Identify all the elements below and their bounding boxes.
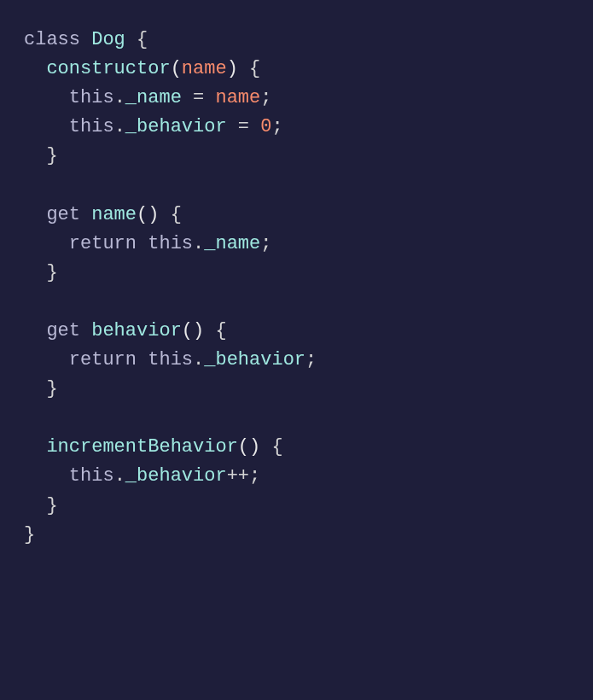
property-name: _name — [204, 233, 260, 254]
brace-open: { — [271, 436, 282, 458]
paren-close: ) — [148, 204, 159, 225]
brace-close: } — [46, 495, 57, 516]
number-zero: 0 — [260, 116, 271, 137]
dot: . — [193, 349, 204, 370]
brace-open: { — [215, 320, 226, 341]
paren-close: ) — [193, 320, 204, 341]
brace-open: { — [171, 204, 182, 225]
property-behavior: _behavior — [125, 116, 227, 137]
keyword-class: class — [24, 29, 80, 50]
brace-open: { — [249, 58, 260, 79]
class-name: Dog — [91, 29, 125, 50]
brace-close: } — [46, 262, 57, 283]
dot: . — [114, 465, 125, 487]
semicolon: ; — [260, 233, 271, 254]
code-block: class Dog { constructor(name) { this._na… — [24, 26, 569, 550]
constructor-name: constructor — [46, 58, 170, 79]
semicolon: ; — [271, 116, 282, 137]
getter-name: name — [91, 204, 137, 225]
paren-open: ( — [238, 436, 249, 458]
dot: . — [114, 116, 125, 137]
assign-op: = — [182, 87, 216, 108]
keyword-return: return — [69, 233, 137, 254]
brace-close: } — [46, 145, 57, 166]
brace-close: } — [24, 524, 35, 545]
assign-op: = — [227, 116, 261, 137]
dot: . — [114, 87, 125, 108]
method-increment: incrementBehavior — [46, 436, 237, 458]
semicolon: ; — [305, 349, 317, 370]
this-keyword: this — [69, 116, 114, 137]
this-keyword: this — [148, 349, 193, 370]
semicolon: ; — [260, 87, 271, 108]
plusplus-op: ++ — [227, 465, 249, 487]
keyword-get: get — [46, 320, 80, 341]
paren-open: ( — [182, 320, 193, 341]
paren-close: ) — [227, 58, 238, 79]
dot: . — [193, 233, 204, 254]
property-behavior: _behavior — [125, 465, 227, 487]
property-behavior: _behavior — [204, 349, 305, 370]
var-name: name — [215, 87, 260, 108]
getter-behavior: behavior — [91, 320, 182, 341]
this-keyword: this — [69, 87, 114, 108]
paren-open: ( — [137, 204, 148, 225]
keyword-get: get — [46, 204, 80, 225]
brace-open: { — [137, 29, 148, 50]
paren-open: ( — [171, 58, 182, 79]
brace-close: } — [46, 378, 57, 400]
paren-close: ) — [249, 436, 260, 458]
this-keyword: this — [148, 233, 193, 254]
param-name: name — [182, 58, 227, 79]
property-name: _name — [125, 87, 182, 108]
semicolon: ; — [249, 465, 260, 487]
this-keyword: this — [69, 465, 114, 487]
keyword-return: return — [69, 349, 137, 370]
